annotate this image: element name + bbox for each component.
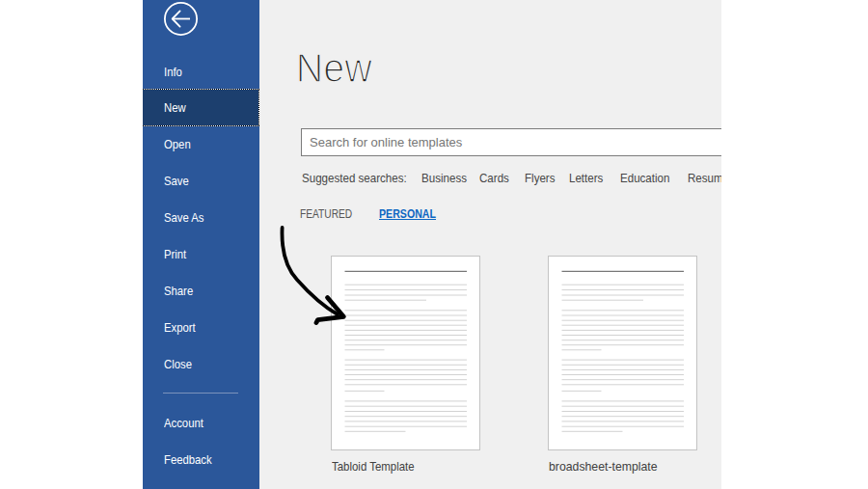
svg-text:New: New (296, 44, 373, 91)
